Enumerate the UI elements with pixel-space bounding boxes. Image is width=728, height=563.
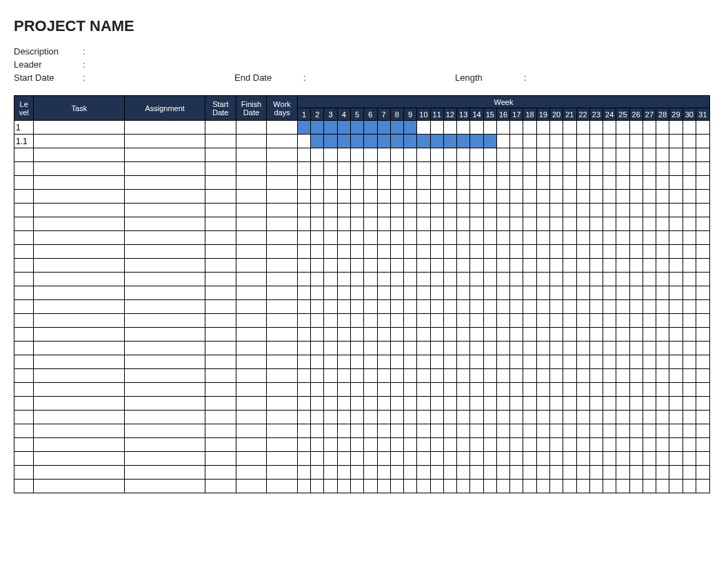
cell-finish-date[interactable] [236,355,267,369]
gantt-bar-cell[interactable] [470,135,483,148]
gantt-day-cell[interactable] [404,438,417,452]
cell-assignment[interactable] [125,121,205,135]
gantt-day-cell[interactable] [390,204,403,217]
gantt-day-cell[interactable] [443,217,456,231]
gantt-day-cell[interactable] [563,424,576,438]
gantt-day-cell[interactable] [443,314,456,328]
cell-level[interactable] [14,204,34,217]
gantt-day-cell[interactable] [616,231,629,245]
gantt-day-cell[interactable] [457,176,470,190]
gantt-day-cell[interactable] [656,273,669,286]
gantt-day-cell[interactable] [311,369,324,383]
cell-assignment[interactable] [125,245,205,259]
gantt-day-cell[interactable] [377,231,390,245]
gantt-day-cell[interactable] [669,397,682,411]
gantt-day-cell[interactable] [377,369,390,383]
gantt-day-cell[interactable] [510,438,523,452]
cell-work-days[interactable] [267,217,298,231]
gantt-day-cell[interactable] [589,217,603,231]
gantt-day-cell[interactable] [297,259,310,273]
gantt-day-cell[interactable] [682,286,696,300]
gantt-day-cell[interactable] [470,424,483,438]
gantt-day-cell[interactable] [669,176,682,190]
gantt-day-cell[interactable] [350,452,363,466]
gantt-day-cell[interactable] [682,342,696,355]
gantt-day-cell[interactable] [377,452,390,466]
gantt-day-cell[interactable] [324,245,337,259]
gantt-day-cell[interactable] [549,314,563,328]
gantt-day-cell[interactable] [337,148,350,162]
gantt-day-cell[interactable] [603,342,616,355]
cell-work-days[interactable] [267,121,298,135]
gantt-day-cell[interactable] [377,424,390,438]
gantt-day-cell[interactable] [616,217,629,231]
gantt-day-cell[interactable] [390,383,403,397]
gantt-day-cell[interactable] [430,217,443,231]
cell-work-days[interactable] [267,190,298,204]
gantt-day-cell[interactable] [470,259,483,273]
gantt-day-cell[interactable] [656,355,669,369]
cell-finish-date[interactable] [236,231,267,245]
gantt-day-cell[interactable] [430,162,443,176]
cell-level[interactable] [14,411,34,424]
gantt-day-cell[interactable] [656,190,669,204]
gantt-day-cell[interactable] [417,259,430,273]
gantt-day-cell[interactable] [297,135,310,148]
gantt-day-cell[interactable] [297,466,310,480]
cell-work-days[interactable] [267,466,298,480]
gantt-day-cell[interactable] [430,300,443,314]
gantt-day-cell[interactable] [390,148,403,162]
gantt-day-cell[interactable] [629,342,643,355]
gantt-day-cell[interactable] [337,300,350,314]
gantt-day-cell[interactable] [536,383,549,397]
gantt-day-cell[interactable] [682,452,696,466]
gantt-day-cell[interactable] [377,300,390,314]
gantt-day-cell[interactable] [682,162,696,176]
gantt-day-cell[interactable] [682,355,696,369]
gantt-day-cell[interactable] [404,273,417,286]
cell-assignment[interactable] [125,231,205,245]
gantt-day-cell[interactable] [643,245,656,259]
cell-assignment[interactable] [125,466,205,480]
cell-finish-date[interactable] [236,121,267,135]
gantt-day-cell[interactable] [483,148,496,162]
gantt-day-cell[interactable] [311,438,324,452]
gantt-day-cell[interactable] [364,286,377,300]
gantt-day-cell[interactable] [443,328,456,342]
gantt-day-cell[interactable] [589,231,603,245]
gantt-day-cell[interactable] [404,314,417,328]
gantt-day-cell[interactable] [616,148,629,162]
gantt-day-cell[interactable] [656,383,669,397]
gantt-day-cell[interactable] [377,314,390,328]
gantt-day-cell[interactable] [669,300,682,314]
cell-task[interactable] [34,204,125,217]
gantt-day-cell[interactable] [616,480,629,493]
gantt-day-cell[interactable] [576,300,589,314]
gantt-day-cell[interactable] [682,231,696,245]
gantt-day-cell[interactable] [496,204,509,217]
cell-task[interactable] [34,231,125,245]
gantt-day-cell[interactable] [682,176,696,190]
gantt-day-cell[interactable] [364,204,377,217]
gantt-day-cell[interactable] [643,121,656,135]
gantt-day-cell[interactable] [430,176,443,190]
gantt-day-cell[interactable] [563,162,576,176]
gantt-day-cell[interactable] [483,259,496,273]
cell-work-days[interactable] [267,452,298,466]
gantt-day-cell[interactable] [603,259,616,273]
cell-start-date[interactable] [205,314,236,328]
gantt-day-cell[interactable] [311,328,324,342]
gantt-day-cell[interactable] [656,259,669,273]
gantt-day-cell[interactable] [364,231,377,245]
gantt-day-cell[interactable] [643,369,656,383]
cell-level[interactable] [14,259,34,273]
gantt-day-cell[interactable] [430,259,443,273]
gantt-day-cell[interactable] [616,411,629,424]
gantt-day-cell[interactable] [523,314,536,328]
gantt-day-cell[interactable] [311,397,324,411]
gantt-day-cell[interactable] [417,190,430,204]
gantt-day-cell[interactable] [496,328,509,342]
gantt-day-cell[interactable] [350,245,363,259]
gantt-day-cell[interactable] [443,452,456,466]
gantt-day-cell[interactable] [682,438,696,452]
